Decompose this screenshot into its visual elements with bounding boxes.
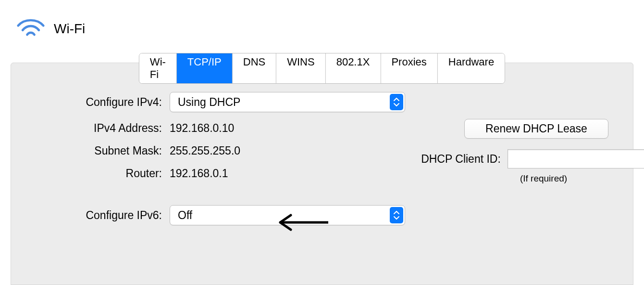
- chevron-up-down-icon: [390, 94, 403, 110]
- tab-wins[interactable]: WINS: [276, 53, 325, 83]
- tab-tcpip[interactable]: TCP/IP: [177, 53, 233, 83]
- dhcp-client-id-label: DHCP Client ID:: [421, 153, 501, 166]
- tab-8021x[interactable]: 802.1X: [326, 53, 381, 83]
- header: Wi-Fi: [0, 0, 644, 41]
- tab-wifi[interactable]: Wi-Fi: [139, 53, 177, 83]
- chevron-up-down-icon: [390, 207, 403, 223]
- tab-bar: Wi-Fi TCP/IP DNS WINS 802.1X Proxies Har…: [139, 53, 505, 84]
- configure-ipv4-label: Configure IPv4:: [30, 96, 170, 109]
- ipv4-address-label: IPv4 Address:: [30, 122, 170, 135]
- wifi-icon: [16, 16, 45, 41]
- subnet-mask-label: Subnet Mask:: [30, 144, 170, 157]
- dhcp-client-id-hint: (If required): [471, 173, 616, 184]
- tab-dns[interactable]: DNS: [233, 53, 276, 83]
- settings-panel: Configure IPv4: Using DHCP IPv4 Address:…: [11, 63, 633, 285]
- arrow-left-icon: [271, 210, 333, 237]
- renew-dhcp-lease-button[interactable]: Renew DHCP Lease: [464, 119, 608, 139]
- configure-ipv4-value: Using DHCP: [178, 96, 240, 109]
- subnet-mask-value: 255.255.255.0: [170, 144, 240, 157]
- tab-proxies[interactable]: Proxies: [381, 53, 437, 83]
- configure-ipv4-select[interactable]: Using DHCP: [170, 92, 405, 112]
- configure-ipv6-value: Off: [178, 209, 192, 222]
- configure-ipv6-label: Configure IPv6:: [30, 209, 170, 222]
- router-label: Router:: [30, 167, 170, 180]
- ipv4-address-value: 192.168.0.10: [170, 122, 234, 135]
- dhcp-client-id-input[interactable]: [508, 149, 644, 168]
- tab-hardware[interactable]: Hardware: [438, 53, 505, 83]
- page-title: Wi-Fi: [54, 21, 85, 37]
- router-value: 192.168.0.1: [170, 167, 228, 180]
